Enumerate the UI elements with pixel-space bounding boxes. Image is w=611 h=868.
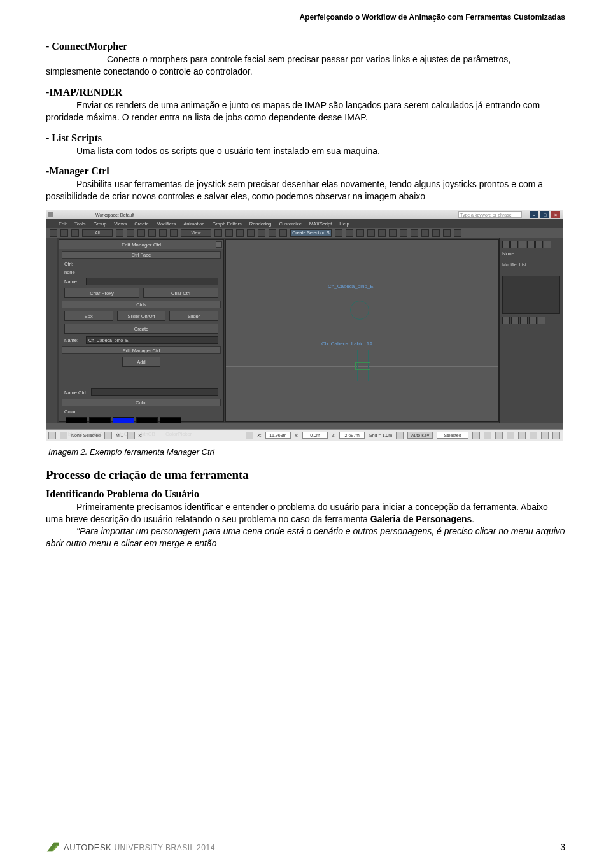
name-field[interactable] bbox=[86, 278, 218, 285]
tool-icon[interactable] bbox=[432, 229, 440, 237]
menu-item[interactable]: MAXScript bbox=[309, 221, 332, 227]
name-input[interactable]: Ch_Cabeca_olho_E bbox=[86, 336, 218, 344]
tool-icon[interactable] bbox=[279, 229, 287, 237]
status-icon[interactable] bbox=[48, 432, 56, 439]
tool-icon[interactable] bbox=[421, 229, 429, 237]
viewport[interactable]: Ch_Cabeca_olho_E Ch_Cabeca_Labio_1A bbox=[225, 239, 499, 422]
tool-icon[interactable] bbox=[127, 229, 134, 237]
create-button[interactable]: Create bbox=[64, 324, 218, 334]
tool-icon[interactable] bbox=[335, 229, 342, 237]
tool-icon[interactable] bbox=[378, 229, 386, 237]
modifier-list-dropdown[interactable] bbox=[502, 268, 560, 276]
filter-all-dropdown[interactable]: All bbox=[82, 229, 113, 237]
tool-icon[interactable] bbox=[159, 229, 167, 237]
tool-icon[interactable] bbox=[170, 229, 178, 237]
search-input[interactable]: Type a keyword or phrase bbox=[458, 211, 522, 218]
minimize-button[interactable]: – bbox=[530, 211, 538, 218]
coord-z[interactable]: 2.697m bbox=[339, 432, 365, 439]
status-icon[interactable] bbox=[396, 432, 404, 439]
panel-tab[interactable] bbox=[510, 241, 518, 248]
menu-item[interactable]: Modifiers bbox=[157, 221, 176, 227]
menu-item[interactable]: Animation bbox=[183, 221, 204, 227]
create-selection-dropdown[interactable]: Create Selection S bbox=[290, 229, 332, 237]
stack-icon[interactable] bbox=[529, 317, 537, 324]
tool-icon[interactable] bbox=[71, 229, 79, 237]
tool-icon[interactable] bbox=[214, 229, 222, 237]
nav-icon[interactable] bbox=[541, 432, 549, 439]
menu-item[interactable]: Rendering bbox=[249, 221, 272, 227]
tool-icon[interactable] bbox=[400, 229, 407, 237]
panel-tab[interactable] bbox=[502, 241, 510, 248]
tool-icon[interactable] bbox=[258, 229, 265, 237]
menu-item[interactable]: Customize bbox=[279, 221, 301, 227]
menu-item[interactable]: Graph Editors bbox=[213, 221, 242, 227]
rollout-ctrls[interactable]: Ctrls bbox=[62, 301, 221, 308]
tool-icon[interactable] bbox=[411, 229, 418, 237]
tool-icon[interactable] bbox=[148, 229, 156, 237]
viewport-shape-circle[interactable] bbox=[350, 301, 369, 320]
tool-icon[interactable] bbox=[443, 229, 451, 237]
criar-proxy-button[interactable]: Criar Proxy bbox=[64, 288, 139, 298]
menu-item[interactable]: Tools bbox=[74, 221, 86, 227]
tool-icon[interactable] bbox=[367, 229, 375, 237]
tool-icon[interactable] bbox=[50, 229, 57, 237]
tool-icon[interactable] bbox=[116, 229, 123, 237]
tool-icon[interactable] bbox=[389, 229, 397, 237]
panel-tab[interactable] bbox=[535, 241, 543, 248]
criar-ctrl-button[interactable]: Criar Ctrl bbox=[143, 288, 218, 298]
viewport-shape-handle[interactable] bbox=[355, 362, 370, 370]
tool-icon[interactable] bbox=[356, 229, 364, 237]
tool-icon[interactable] bbox=[225, 229, 233, 237]
nav-icon[interactable] bbox=[518, 432, 526, 439]
auto-key-button[interactable]: Auto Key bbox=[407, 432, 433, 439]
panel-tab[interactable] bbox=[527, 241, 535, 248]
status-icon[interactable] bbox=[127, 432, 135, 439]
stack-icon[interactable] bbox=[538, 317, 545, 324]
add-button[interactable]: Add bbox=[122, 357, 160, 367]
play-icon[interactable] bbox=[495, 432, 503, 439]
menu-item[interactable]: Help bbox=[339, 221, 349, 227]
maximize-button[interactable]: □ bbox=[540, 211, 549, 218]
panel-tab[interactable] bbox=[519, 241, 526, 248]
rollout-color[interactable]: Color bbox=[62, 399, 221, 406]
menu-item[interactable]: Create bbox=[134, 221, 149, 227]
selected-dropdown[interactable]: Selected bbox=[437, 432, 468, 439]
play-icon[interactable] bbox=[484, 432, 491, 439]
close-icon[interactable] bbox=[216, 241, 222, 248]
play-icon[interactable] bbox=[472, 432, 480, 439]
stack-icon[interactable] bbox=[520, 317, 528, 324]
tool-icon[interactable] bbox=[236, 229, 244, 237]
coord-x[interactable]: 11.968m bbox=[265, 432, 291, 439]
tool-icon[interactable] bbox=[137, 229, 145, 237]
tool-icon[interactable] bbox=[247, 229, 255, 237]
workspace-label[interactable]: Workspace: Default bbox=[95, 213, 134, 217]
panel-tab[interactable] bbox=[544, 241, 551, 248]
menu-item[interactable]: Group bbox=[93, 221, 106, 227]
slider-button[interactable]: Slider bbox=[169, 311, 218, 321]
namectrl-field[interactable] bbox=[91, 388, 218, 396]
tool-icon[interactable] bbox=[454, 229, 461, 237]
rollout-edit-manager[interactable]: Edit Manager Ctrl bbox=[62, 346, 221, 354]
status-icon[interactable] bbox=[60, 432, 67, 439]
play-icon[interactable] bbox=[507, 432, 514, 439]
tool-icon[interactable] bbox=[60, 229, 68, 237]
stack-icon[interactable] bbox=[511, 317, 519, 324]
nav-icon[interactable] bbox=[530, 432, 537, 439]
view-dropdown[interactable]: View bbox=[181, 229, 211, 237]
menu-item[interactable]: Edit bbox=[59, 221, 67, 227]
modifier-stack[interactable] bbox=[502, 276, 560, 314]
status-icon[interactable] bbox=[246, 432, 253, 439]
box-button[interactable]: Box bbox=[64, 311, 113, 321]
slider-onoff-button[interactable]: Slider On/Off bbox=[117, 311, 166, 321]
nav-icon[interactable] bbox=[552, 432, 560, 439]
tool-icon[interactable] bbox=[269, 229, 276, 237]
menu-item[interactable]: Views bbox=[114, 221, 127, 227]
timeline[interactable] bbox=[46, 423, 563, 429]
stack-icon[interactable] bbox=[502, 317, 510, 324]
close-button[interactable]: × bbox=[551, 211, 560, 218]
coord-y[interactable]: 0.0m bbox=[302, 432, 328, 439]
lock-icon[interactable] bbox=[104, 432, 112, 439]
panel-title[interactable]: Edit Manager Ctrl bbox=[59, 240, 223, 249]
tool-icon[interactable] bbox=[346, 229, 353, 237]
rollout-ctrl-face[interactable]: Ctrl Face bbox=[62, 251, 221, 259]
